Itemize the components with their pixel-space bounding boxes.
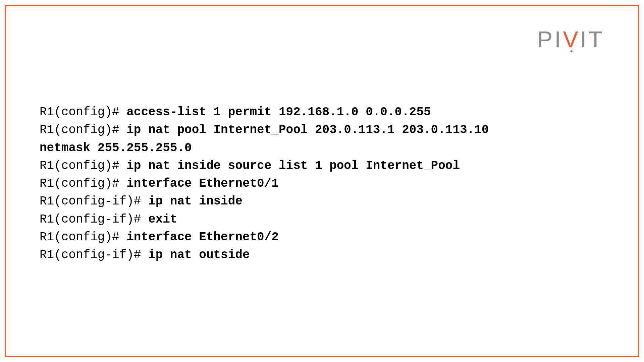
cli-command: access-list 1 permit 192.168.1.0 0.0.0.2… <box>126 105 431 119</box>
terminal-line: R1(config)# ip nat pool Internet_Pool 20… <box>40 121 604 139</box>
terminal-line: R1(config)# ip nat inside source list 1 … <box>40 157 604 175</box>
cli-command: ip nat inside source list 1 pool Interne… <box>126 159 460 173</box>
logo-accent: V <box>563 26 580 52</box>
terminal-line: R1(config)# access-list 1 permit 192.168… <box>40 103 604 121</box>
cli-continuation: netmask 255.255.255.0 <box>40 141 192 155</box>
cli-command: interface Ethernet0/1 <box>126 177 279 190</box>
cli-prompt: R1(config-if)# <box>40 213 148 226</box>
logo-part1: PI <box>537 26 563 52</box>
cli-prompt: R1(config)# <box>40 105 126 119</box>
cli-command: interface Ethernet0/2 <box>126 230 279 244</box>
cli-prompt: R1(config)# <box>40 177 126 190</box>
cli-prompt: R1(config-if)# <box>40 248 148 262</box>
cli-command: ip nat pool Internet_Pool 203.0.113.1 20… <box>126 123 489 137</box>
terminal-line: R1(config-if)# ip nat inside <box>40 192 604 210</box>
terminal-line: R1(config)# interface Ethernet0/2 <box>40 228 604 246</box>
terminal-line-continuation: netmask 255.255.255.0 <box>40 139 604 157</box>
cli-command: exit <box>148 213 177 226</box>
pivit-logo: PIVIT <box>537 26 604 52</box>
terminal-line: R1(config-if)# ip nat outside <box>40 246 604 264</box>
cli-command: ip nat outside <box>148 248 250 262</box>
terminal-output: R1(config)# access-list 1 permit 192.168… <box>40 103 604 264</box>
logo-part2: IT <box>580 26 604 52</box>
content-frame: PIVIT R1(config)# access-list 1 permit 1… <box>5 5 639 357</box>
cli-prompt: R1(config)# <box>40 123 126 137</box>
cli-prompt: R1(config)# <box>40 159 126 173</box>
cli-prompt: R1(config-if)# <box>40 194 148 208</box>
cli-prompt: R1(config)# <box>40 230 126 244</box>
terminal-line: R1(config-if)# exit <box>40 210 604 228</box>
cli-command: ip nat inside <box>148 194 243 208</box>
terminal-line: R1(config)# interface Ethernet0/1 <box>40 175 604 192</box>
